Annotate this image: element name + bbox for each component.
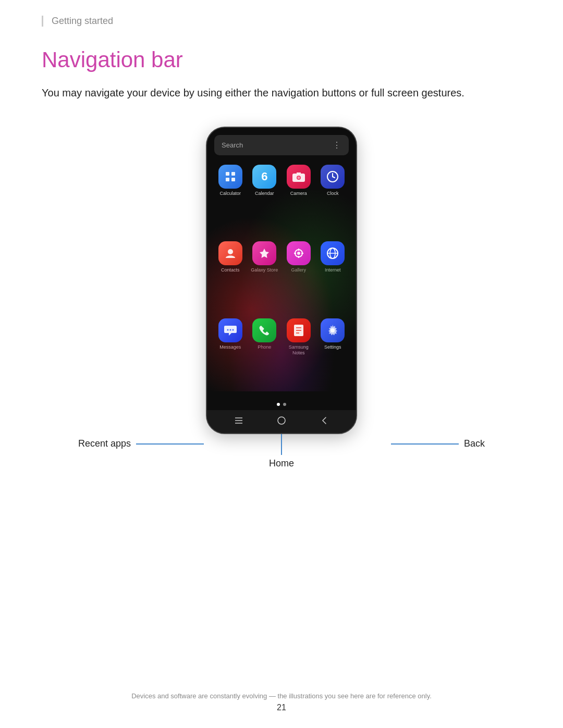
phone-wrapper: Search ⋮	[78, 127, 485, 481]
app-item-camera[interactable]: Camera	[283, 165, 315, 235]
back-line	[391, 443, 459, 445]
svg-point-31	[278, 417, 285, 424]
app-item-galaxy-store[interactable]: Galaxy Store	[249, 241, 281, 312]
dots-indicator	[207, 399, 356, 410]
app-item-contacts[interactable]: Contacts	[214, 241, 247, 312]
home-button[interactable]	[274, 415, 289, 426]
calculator-icon	[218, 165, 242, 189]
contacts-icon	[218, 241, 242, 265]
messages-label: Messages	[219, 344, 241, 350]
phone-label: Phone	[258, 344, 271, 350]
breadcrumb-text: Getting started	[52, 16, 113, 26]
svg-point-21	[229, 329, 231, 330]
app-item-calculator[interactable]: Calculator	[214, 165, 247, 235]
app-item-samsung-notes[interactable]: Samsung Notes	[283, 318, 315, 394]
messages-icon	[218, 318, 242, 342]
page-number: 21	[0, 703, 563, 712]
app-item-phone[interactable]: Phone	[249, 318, 281, 394]
app-item-clock[interactable]: Clock	[317, 165, 349, 235]
home-label: Home	[269, 458, 294, 469]
search-placeholder: Search	[222, 141, 243, 149]
app-item-gallery[interactable]: Gallery	[283, 241, 315, 312]
svg-rect-0	[226, 172, 229, 176]
recent-apps-line	[136, 443, 204, 445]
galaxy-store-label: Galaxy Store	[251, 267, 278, 273]
recent-apps-annotation: Recent apps	[78, 438, 204, 449]
svg-point-12	[297, 252, 300, 255]
camera-icon	[287, 165, 311, 189]
svg-point-22	[232, 329, 234, 330]
svg-rect-3	[231, 178, 235, 181]
recent-apps-button[interactable]	[231, 415, 246, 426]
body-text: You may navigate your device by using ei…	[42, 85, 511, 101]
home-line	[281, 434, 282, 455]
svg-rect-1	[231, 172, 235, 176]
dot-1	[277, 403, 280, 406]
search-options-icon[interactable]: ⋮	[333, 140, 341, 150]
samsung-notes-icon	[287, 318, 311, 342]
phone-nav-bar	[207, 410, 356, 433]
home-annotation: Home	[269, 434, 294, 469]
phone-device: Search ⋮	[206, 127, 357, 434]
samsung-notes-label: Samsung Notes	[283, 344, 315, 356]
svg-rect-2	[226, 178, 229, 181]
phone-icon	[252, 318, 276, 342]
calendar-icon: 6	[252, 165, 276, 189]
contacts-label: Contacts	[221, 267, 240, 273]
search-bar[interactable]: Search ⋮	[214, 135, 349, 155]
phone-screen: Search ⋮	[207, 128, 356, 433]
back-annotation: Back	[391, 438, 485, 449]
svg-point-10	[228, 249, 233, 254]
svg-point-6	[297, 177, 300, 179]
dot-2	[283, 403, 286, 406]
footer-disclaimer: Devices and software are constantly evol…	[0, 692, 563, 700]
page-title: Navigation bar	[42, 47, 521, 72]
nav-annotations: Recent apps Back Home	[78, 434, 485, 481]
recent-apps-label: Recent apps	[78, 438, 131, 449]
back-button[interactable]	[317, 415, 332, 426]
app-grid: Calculator 6 Calendar	[207, 161, 356, 399]
illustration-area: Search ⋮	[42, 127, 521, 481]
gallery-icon	[287, 241, 311, 265]
internet-label: Internet	[325, 267, 341, 273]
app-item-messages[interactable]: Messages	[214, 318, 247, 394]
footer: Devices and software are constantly evol…	[0, 692, 563, 712]
svg-line-9	[333, 177, 335, 178]
breadcrumb: Getting started	[42, 16, 521, 27]
gallery-label: Gallery	[291, 267, 306, 273]
settings-label: Settings	[324, 344, 341, 350]
app-item-settings[interactable]: Settings	[317, 318, 349, 394]
calculator-label: Calculator	[219, 191, 241, 196]
clock-icon	[321, 165, 345, 189]
app-item-calendar[interactable]: 6 Calendar	[249, 165, 281, 235]
camera-label: Camera	[290, 191, 307, 196]
clock-label: Clock	[327, 191, 339, 196]
page-container: Getting started Navigation bar You may n…	[0, 0, 563, 544]
internet-icon	[321, 241, 345, 265]
svg-point-20	[227, 329, 228, 330]
back-label: Back	[464, 438, 485, 449]
calendar-label: Calendar	[255, 191, 274, 196]
app-item-internet[interactable]: Internet	[317, 241, 349, 312]
galaxy-store-icon	[252, 241, 276, 265]
settings-icon	[321, 318, 345, 342]
